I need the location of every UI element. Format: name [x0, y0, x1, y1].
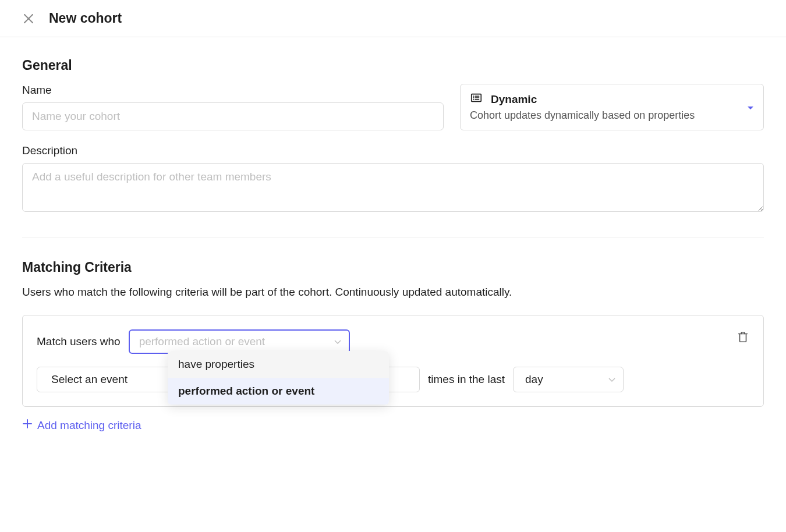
chevron-down-icon — [608, 373, 616, 386]
chevron-down-icon — [334, 335, 342, 348]
cohort-type-title: Dynamic — [491, 93, 537, 106]
criteria-row-details: Select an event st — [37, 367, 749, 392]
page-header: New cohort — [0, 0, 786, 37]
criteria-row-type: Match users who performed action or even… — [37, 329, 749, 354]
cohort-type-selector[interactable]: Dynamic Cohort updates dynamically based… — [460, 84, 764, 130]
dropdown-option-performed-event[interactable]: performed action or event — [168, 378, 389, 405]
content: General Name Dynamic — [0, 37, 786, 452]
name-label: Name — [22, 84, 444, 97]
plus-icon — [22, 418, 33, 432]
match-users-label: Match users who — [37, 335, 121, 348]
behaviour-type-placeholder: performed action or event — [139, 335, 265, 347]
cohort-type-subtitle: Cohort updates dynamically based on prop… — [470, 109, 754, 122]
chevron-down-icon — [747, 101, 754, 114]
general-row: Name Dynamic Cohort upda — [22, 84, 764, 130]
description-field: Description — [22, 144, 764, 215]
times-label: times in the last — [428, 373, 505, 386]
dropdown-option-have-properties[interactable]: have properties — [168, 351, 389, 378]
period-select[interactable]: day — [513, 367, 624, 392]
criteria-container: Match users who performed action or even… — [22, 315, 764, 407]
name-input[interactable] — [22, 102, 444, 130]
general-heading: General — [22, 58, 764, 73]
period-select-label: day — [525, 373, 543, 386]
add-criteria-label: Add matching criteria — [37, 419, 141, 432]
description-input[interactable] — [22, 163, 764, 212]
matching-subtext: Users who match the following criteria w… — [22, 286, 764, 299]
name-field-column: Name — [22, 84, 444, 130]
section-divider — [22, 237, 764, 237]
close-icon[interactable] — [22, 12, 35, 25]
matching-heading: Matching Criteria — [22, 260, 764, 275]
cohort-type-icon — [470, 91, 483, 107]
page-title: New cohort — [49, 10, 122, 26]
event-select-label: Select an event — [51, 373, 128, 386]
behaviour-type-select[interactable]: performed action or event — [129, 329, 350, 354]
behaviour-type-dropdown: have properties performed action or even… — [168, 351, 389, 405]
description-label: Description — [22, 144, 764, 157]
add-criteria-button[interactable]: Add matching criteria — [22, 418, 764, 432]
criteria-group: Match users who performed action or even… — [22, 315, 764, 407]
delete-criteria-button[interactable] — [737, 331, 749, 346]
